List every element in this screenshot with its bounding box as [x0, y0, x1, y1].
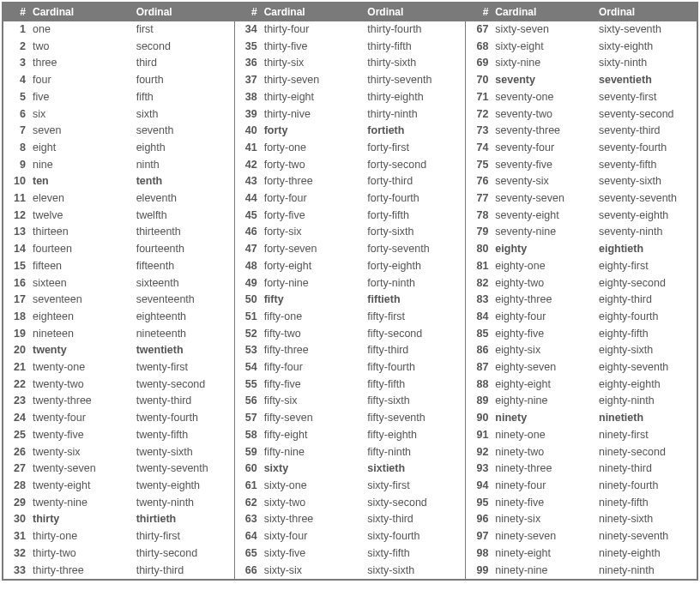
- cell-number: 78: [466, 208, 492, 225]
- table-row: 39thirty-nivethirty-ninth: [235, 106, 466, 123]
- cell-cardinal: eighty-one: [492, 258, 595, 275]
- cell-number: 44: [235, 190, 261, 208]
- cell-ordinal: forty-eighth: [364, 258, 465, 275]
- cell-ordinal: twenty-eighth: [133, 478, 234, 495]
- cell-number: 84: [466, 309, 492, 326]
- cell-number: 28: [3, 478, 29, 495]
- table-row: 14fourteenfourteenth: [3, 241, 234, 258]
- cell-ordinal: sixth: [133, 106, 234, 123]
- table-row: 64sixty-foursixty-fourth: [235, 528, 466, 545]
- cell-number: 12: [3, 208, 29, 225]
- cell-ordinal: fifty-eighth: [364, 427, 465, 444]
- cell-cardinal: forty-five: [261, 208, 365, 225]
- table-row: 84eighty-foureighty-fourth: [466, 309, 697, 326]
- cell-cardinal: nineteen: [29, 326, 133, 343]
- cell-number: 86: [466, 342, 492, 359]
- cell-number: 59: [235, 444, 261, 461]
- cell-cardinal: eighty-six: [492, 342, 595, 359]
- table-row: 93ninety-threeninety-third: [466, 461, 697, 478]
- table-row: 41forty-oneforty-first: [235, 140, 466, 157]
- cell-ordinal: ninth: [133, 157, 234, 174]
- table-row: 2twosecond: [3, 39, 234, 56]
- cell-number: 83: [466, 292, 492, 309]
- cell-number: 73: [466, 123, 492, 140]
- cell-number: 80: [466, 241, 492, 258]
- cell-cardinal: fourteen: [29, 241, 133, 258]
- cell-ordinal: sixty-third: [364, 511, 465, 528]
- cell-number: 54: [235, 359, 261, 376]
- cell-number: 77: [466, 190, 492, 208]
- cell-cardinal: twenty-one: [29, 359, 133, 376]
- cell-cardinal: eighty-two: [492, 275, 595, 292]
- table-row: 48forty-eightforty-eighth: [235, 258, 466, 275]
- column-header: #CardinalOrdinal: [235, 3, 466, 21]
- cell-number: 81: [466, 258, 492, 275]
- cell-ordinal: thirty-sixth: [364, 55, 465, 72]
- cell-cardinal: twenty-four: [29, 410, 133, 427]
- table-row: 87eighty-seveneighty-seventh: [466, 359, 697, 376]
- cell-cardinal: sixteen: [29, 275, 133, 292]
- table-row: 4fourfourth: [3, 72, 234, 89]
- cell-cardinal: fifty: [261, 292, 365, 309]
- cell-number: 85: [466, 326, 492, 343]
- cell-number: 6: [3, 106, 29, 123]
- cell-number: 60: [235, 461, 261, 478]
- table-row: 68sixty-eightsixty-eighth: [466, 39, 697, 56]
- cell-cardinal: thirty: [29, 511, 133, 528]
- cell-ordinal: thirty-second: [133, 545, 234, 563]
- cell-number: 14: [3, 241, 29, 258]
- cell-number: 50: [235, 292, 261, 309]
- cell-ordinal: eighty-fifth: [595, 326, 697, 343]
- cell-number: 95: [466, 495, 492, 512]
- cell-ordinal: ninety-eighth: [595, 545, 697, 563]
- table-row: 33thirty-threethirty-third: [3, 563, 234, 580]
- table-row: 25twenty-fivetwenty-fifth: [3, 427, 234, 444]
- table-row: 56fifty-sixfifty-sixth: [235, 393, 466, 410]
- cell-number: 11: [3, 190, 29, 208]
- table-row: 8eighteighth: [3, 140, 234, 157]
- cell-ordinal: thirty-third: [133, 563, 234, 580]
- header-number: #: [235, 6, 261, 18]
- cell-number: 58: [235, 427, 261, 444]
- cell-cardinal: eighty-five: [492, 326, 595, 343]
- table-row: 57fifty-sevenfifty-seventh: [235, 410, 466, 427]
- table-row: 18eighteeneighteenth: [3, 309, 234, 326]
- table-row: 46forty-sixforty-sixth: [235, 224, 466, 241]
- cell-cardinal: forty-two: [261, 157, 365, 174]
- cell-ordinal: seventy-fifth: [595, 157, 697, 174]
- cell-cardinal: sixty-six: [261, 563, 365, 580]
- cell-cardinal: seventy-three: [492, 123, 595, 140]
- table-row: 75seventy-fiveseventy-fifth: [466, 157, 697, 174]
- table-row: 1onefirst: [3, 21, 234, 39]
- cell-number: 49: [235, 275, 261, 292]
- cell-ordinal: sixty-fifth: [364, 545, 465, 563]
- cell-ordinal: forty-ninth: [364, 275, 465, 292]
- cell-cardinal: seventy-six: [492, 173, 595, 190]
- cell-cardinal: fifty-nine: [261, 444, 365, 461]
- cell-ordinal: sixty-ninth: [595, 55, 697, 72]
- cell-cardinal: seventy-eight: [492, 208, 595, 225]
- column-header: #CardinalOrdinal: [466, 3, 697, 21]
- cell-cardinal: forty-six: [261, 224, 365, 241]
- table-row: 62sixty-twosixty-second: [235, 495, 466, 512]
- cell-number: 93: [466, 461, 492, 478]
- table-row: 49forty-nineforty-ninth: [235, 275, 466, 292]
- cell-cardinal: eighteen: [29, 309, 133, 326]
- cell-cardinal: ninety-seven: [492, 528, 595, 545]
- cell-ordinal: sixtieth: [364, 461, 465, 478]
- cell-number: 16: [3, 275, 29, 292]
- table-row: 79seventy-nineseventy-ninth: [466, 224, 697, 241]
- table-row: 67sixty-sevensixty-seventh: [466, 21, 697, 39]
- cell-cardinal: twenty-nine: [29, 495, 133, 512]
- cell-ordinal: seventy-first: [595, 89, 697, 106]
- cell-number: 52: [235, 326, 261, 343]
- cell-ordinal: tenth: [133, 173, 234, 190]
- cell-number: 27: [3, 461, 29, 478]
- cell-cardinal: sixty: [261, 461, 365, 478]
- cell-cardinal: thirty-two: [29, 545, 133, 563]
- cell-ordinal: forty-sixth: [364, 224, 465, 241]
- cell-number: 64: [235, 528, 261, 545]
- cell-ordinal: eighty-seventh: [595, 359, 697, 376]
- cell-number: 34: [235, 21, 261, 39]
- cell-cardinal: eighty-seven: [492, 359, 595, 376]
